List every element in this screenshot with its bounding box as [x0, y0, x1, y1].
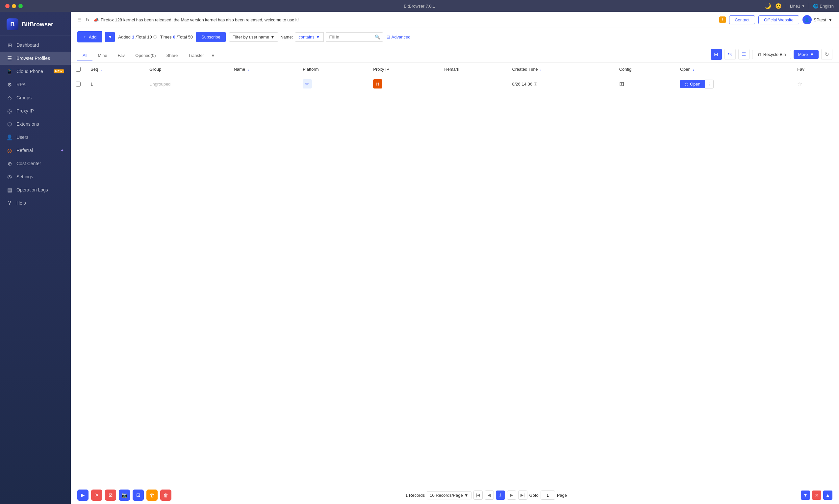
page-1-button[interactable]: 1	[496, 490, 505, 500]
tab-bar: All Mine Fav Opened(0) Share Transfer ≡ …	[71, 46, 839, 63]
users-icon: 👤	[6, 134, 13, 140]
goto-page-input[interactable]	[540, 490, 555, 500]
tab-fav[interactable]: Fav	[112, 50, 130, 61]
sidebar-item-rpa[interactable]: ⚙ RPA	[0, 78, 71, 91]
sidebar-item-operation-logs[interactable]: ▤ Operation Logs	[0, 183, 71, 196]
batch-resize-button[interactable]: ⊡	[132, 489, 144, 501]
search-input[interactable]	[326, 33, 372, 41]
cell-remark	[439, 76, 507, 92]
col-group[interactable]: Group	[144, 63, 228, 76]
sidebar-item-groups[interactable]: ◇ Groups	[0, 91, 71, 104]
tab-share[interactable]: Share	[161, 50, 183, 61]
advanced-filter-link[interactable]: ⊟ Advanced	[387, 35, 411, 39]
batch-close-button[interactable]: ⊠	[105, 489, 116, 501]
batch-screenshot-button[interactable]: 📷	[119, 489, 130, 501]
sidebar-item-browser-profiles[interactable]: ☰ Browser Profiles	[0, 52, 71, 65]
col-name[interactable]: Name ↓	[228, 63, 298, 76]
notification-text: 📣 Firefox 128 kernel has been released, …	[93, 17, 715, 22]
close-panel-button[interactable]: ✕	[812, 490, 821, 500]
line1-chevron: ▼	[802, 4, 805, 8]
sidebar-label-users: Users	[16, 134, 64, 140]
col-proxy-ip[interactable]: Proxy IP	[368, 63, 439, 76]
contact-button[interactable]: Contact	[729, 16, 755, 24]
page-label: Page	[557, 493, 567, 498]
official-website-button[interactable]: Official Website	[758, 16, 799, 24]
contains-select[interactable]: contains ▼	[295, 32, 323, 42]
bottom-right-controls: ▼ ✕ ▲	[801, 490, 833, 500]
more-button[interactable]: More ▼	[793, 50, 819, 59]
sidebar-item-cost-center[interactable]: ⊕ Cost Center	[0, 157, 71, 170]
pagination: 1 Records 10 Records/Page ▼ |◀ ◀ 1 ▶ ▶| …	[405, 490, 567, 500]
tab-mine[interactable]: Mine	[92, 50, 112, 61]
cell-platform: ✏	[298, 76, 368, 92]
batch-start-button[interactable]: ▶	[77, 489, 89, 501]
language-selector[interactable]: 🌐 English	[813, 4, 834, 8]
tab-transfer[interactable]: Transfer	[183, 50, 209, 61]
batch-clear-button[interactable]: 🗑	[146, 489, 158, 501]
user-area[interactable]: 👤 SPtest ▼	[802, 15, 833, 24]
fav-star[interactable]: ☆	[797, 80, 802, 87]
row-checkbox[interactable]	[76, 82, 81, 87]
open-button[interactable]: ◎ Open	[680, 80, 705, 88]
tab-opened[interactable]: Opened(0)	[130, 50, 161, 61]
col-open[interactable]: Open ↓	[675, 63, 792, 76]
next-page-button[interactable]: ▶	[507, 490, 516, 500]
add-button[interactable]: ＋ Add	[77, 31, 102, 42]
info-icon-1[interactable]: ⓘ	[153, 35, 157, 39]
refresh-icon[interactable]: ↻	[86, 17, 89, 22]
col-created-time[interactable]: Created Time ↓	[507, 63, 614, 76]
list-view-button[interactable]: ☰	[738, 49, 750, 60]
app-title: BitBrowser 7.0.1	[404, 4, 435, 8]
time-info-icon[interactable]: ⓘ	[534, 82, 537, 87]
batch-delete-button[interactable]: 🗑	[160, 489, 172, 501]
sidebar-label-extensions: Extensions	[16, 121, 64, 127]
col-remark[interactable]: Remark	[439, 63, 507, 76]
table-refresh-button[interactable]: ↻	[821, 49, 833, 60]
sidebar-item-dashboard[interactable]: ⊞ Dashboard	[0, 38, 71, 52]
last-page-button[interactable]: ▶|	[518, 490, 528, 500]
hamburger-icon[interactable]: ☰	[77, 17, 82, 22]
sidebar-item-proxy-ip[interactable]: ◎ Proxy IP	[0, 104, 71, 118]
prev-page-button[interactable]: ◀	[485, 490, 494, 500]
filter-chevron: ▼	[270, 35, 275, 39]
expand-button[interactable]: ▲	[823, 490, 833, 500]
cell-fav: ☆	[792, 76, 839, 92]
close-window-button[interactable]	[5, 4, 10, 8]
share-view-button[interactable]: ⇆	[725, 49, 736, 60]
col-fav[interactable]: Fav	[792, 63, 839, 76]
search-button[interactable]: 🔍	[372, 33, 383, 41]
user-avatar: 👤	[802, 15, 812, 24]
added-count: 1	[132, 35, 134, 39]
cell-name	[228, 76, 298, 92]
sidebar-item-cloud-phone[interactable]: 📱 Cloud Phone NEW	[0, 65, 71, 78]
batch-stop-button[interactable]: ✕	[91, 489, 102, 501]
first-page-button[interactable]: |◀	[474, 490, 483, 500]
records-per-page-select[interactable]: 10 Records/Page ▼	[427, 491, 471, 499]
grid-view-button[interactable]: ⊞	[711, 49, 722, 60]
sidebar-item-extensions[interactable]: ⬡ Extensions	[0, 118, 71, 131]
line1-selector[interactable]: Line1 ▼	[790, 4, 805, 8]
subscribe-button[interactable]: Subscribe	[196, 32, 226, 42]
minimize-window-button[interactable]	[12, 4, 16, 8]
platform-edit-icon[interactable]: ✏	[303, 79, 312, 89]
filter-user-select[interactable]: Filter by user name ▼	[229, 32, 278, 42]
sidebar-item-users[interactable]: 👤 Users	[0, 131, 71, 144]
select-all-checkbox[interactable]	[76, 67, 81, 72]
contains-chevron: ▼	[316, 35, 320, 39]
col-seq[interactable]: Seq ↓	[85, 63, 144, 76]
col-platform[interactable]: Platform	[298, 63, 368, 76]
sidebar-item-settings[interactable]: ◎ Settings	[0, 170, 71, 183]
collapse-button[interactable]: ▼	[801, 490, 810, 500]
proxy-badge: H	[373, 79, 382, 89]
maximize-window-button[interactable]	[18, 4, 23, 8]
sidebar-item-help[interactable]: ? Help	[0, 196, 71, 210]
add-dropdown-button[interactable]: ▼	[105, 32, 115, 42]
open-more-button[interactable]: ⋮	[705, 79, 714, 89]
recycle-bin-button[interactable]: 🗑 Recycle Bin	[752, 50, 791, 59]
theme-toggle[interactable]: 🌙	[765, 3, 771, 9]
tab-all[interactable]: All	[77, 50, 92, 61]
tab-sort-icon[interactable]: ≡	[209, 50, 217, 61]
col-config[interactable]: Config	[614, 63, 675, 76]
user-icon[interactable]: 😊	[775, 3, 782, 9]
sidebar-item-referral[interactable]: ◎ Referral ✦	[0, 144, 71, 157]
